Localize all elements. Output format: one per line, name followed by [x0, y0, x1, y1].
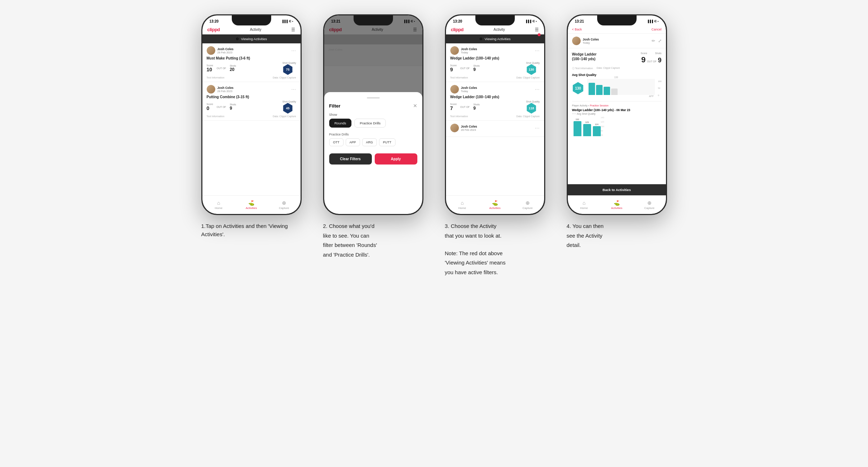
card-header-3c: Josh Coles 28 Feb 2023 ··· — [450, 124, 540, 132]
phone-4: 13:21 ▐▐▐ ∈ ▪ < Back Cancel — [567, 14, 667, 215]
back-btn-4[interactable]: < Back — [572, 28, 582, 31]
drill-app[interactable]: APP — [346, 138, 360, 146]
sq-hex-3a: 130 — [526, 64, 537, 75]
avatar-3c — [450, 124, 459, 132]
drill-putt[interactable]: PUTT — [379, 138, 395, 146]
nav-capture-1[interactable]: ⊕ Capture — [268, 196, 300, 214]
user-name-1: Josh Coles — [217, 47, 234, 51]
more-icon-3a[interactable]: ··· — [535, 48, 539, 53]
practice-drills-btn[interactable]: Practice Drills — [354, 119, 386, 128]
shots-value-3b: 9 — [473, 106, 480, 111]
out-of-3b: OUT OF — [460, 106, 470, 108]
nav-home-3[interactable]: ⌂ Home — [446, 196, 479, 214]
nav-capture-3[interactable]: ⊕ Capture — [511, 196, 544, 214]
shots-value-1: 20 — [230, 67, 236, 72]
screen-content-3: Josh Coles Today ··· Wedge Ladder (100–1… — [446, 43, 544, 214]
activities-label-4: Activities — [611, 206, 623, 210]
more-icon-2[interactable]: ··· — [291, 87, 296, 92]
drill-arg[interactable]: ARG — [362, 138, 377, 146]
sq-label-1: Shot Quality — [282, 62, 296, 64]
score-label-2: Score — [207, 103, 213, 105]
nav-activities-3[interactable]: ⛳ Activities — [479, 196, 511, 214]
detail-user-row-4: Josh Coles Today ✏ ⤢ — [568, 34, 666, 48]
nav-capture-4[interactable]: ⊕ Capture — [633, 196, 666, 214]
more-icon-3c[interactable]: ··· — [535, 125, 539, 130]
edit-icon-4[interactable]: ✏ — [652, 38, 655, 43]
user-info-3b: Josh Coles Today — [450, 85, 477, 94]
session-bar-3 — [593, 126, 601, 136]
menu-icon-3[interactable]: ☰ — [535, 27, 539, 32]
shots-group-3a: Shots 9 — [473, 65, 480, 72]
nav-activities-1[interactable]: ⛳ Activities — [235, 196, 268, 214]
user-date-3c: 28 Feb 2023 — [461, 128, 477, 132]
activity-title-2: Putting Combine (3-15 ft) — [207, 95, 296, 99]
nav-activities-4[interactable]: ⛳ Activities — [600, 196, 633, 214]
chart-top-label: 130 — [614, 76, 655, 78]
status-time-4: 13:21 — [575, 19, 584, 23]
home-label-3: Home — [458, 206, 466, 210]
shots-label-3a: Shots — [473, 65, 480, 67]
sy-120: 120 — [601, 121, 604, 123]
chart-bars-4 — [587, 79, 655, 95]
detail-scores-4: Score Shots 9 OUT OF 9 — [641, 52, 661, 65]
session-drill-title-4: Wedge Ladder (100–140 yds) - 06 Mar 23 — [572, 108, 662, 112]
clear-filters-btn[interactable]: Clear Filters — [329, 153, 372, 165]
test-info-3b: Test Information — [450, 115, 468, 118]
activities-icon-3: ⛳ — [492, 200, 498, 206]
app-logo-1: clippd — [207, 27, 220, 32]
shots-group-3b: Shots 9 — [473, 103, 480, 111]
settings-icon-1: ⚙ — [236, 37, 239, 41]
rounds-btn[interactable]: Rounds — [329, 119, 352, 128]
activity-card-2[interactable]: Josh Coles 28 Feb 2023 ··· Putting Combi… — [202, 82, 301, 121]
shots-label-3b: Shots — [473, 103, 480, 106]
user-info-3a: Josh Coles Today — [450, 46, 477, 55]
session-bar-wrap-2: 129 — [583, 121, 591, 136]
expand-icon-4[interactable]: ⤢ — [658, 38, 662, 43]
nav-home-1[interactable]: ⌂ Home — [202, 196, 235, 214]
user-info-2: Josh Coles 28 Feb 2023 — [207, 85, 234, 94]
activity-card-1[interactable]: Josh Coles 28 Feb 2023 ··· Must Make Put… — [202, 43, 301, 82]
step-1-container: 13:20 ▐▐▐ ∈ ▪ clippd Activity ☰ ⚙ View — [196, 14, 307, 240]
viewing-banner-1[interactable]: ⚙ Viewing Activities — [202, 34, 301, 43]
activities-icon-1: ⛳ — [248, 200, 254, 206]
phone-3: 13:20 ▐▐▐ ∈ ▪ clippd Activity ☰ ⚙ View — [445, 14, 545, 215]
nav-home-4[interactable]: ⌂ Home — [568, 196, 600, 214]
caption-4-l2: see the Activity — [567, 232, 667, 240]
session-label-4: Player Activity • Practice Session — [572, 104, 662, 107]
chart-130-label: 130 — [614, 76, 618, 78]
bar-1-4 — [589, 83, 595, 95]
activity-card-3a[interactable]: Josh Coles Today ··· Wedge Ladder (100–1… — [446, 43, 544, 82]
status-icons-1: ▐▐▐ ∈ ▪ — [282, 20, 293, 23]
filter-title-2: Filter — [329, 103, 341, 109]
bottom-nav-1: ⌂ Home ⛳ Activities ⊕ Capture — [202, 195, 301, 214]
home-icon-1: ⌂ — [217, 200, 220, 206]
cancel-btn-4[interactable]: Cancel — [651, 28, 661, 31]
more-icon-1[interactable]: ··· — [291, 48, 296, 53]
bar-4-4 — [611, 89, 618, 95]
sq-hex-3b: 118 — [526, 103, 537, 114]
caption-2-l1: 2. Choose what you'd — [323, 222, 423, 230]
phone-2: 13:21 ▐▐▐ ∈ ▪ clippd Activity ☰ — [323, 14, 423, 215]
session-y-axis: 140 120 100 80 60 — [601, 116, 604, 136]
score-value-3a: 9 — [450, 67, 457, 72]
back-activities-btn[interactable]: Back to Activities — [568, 184, 666, 195]
session-bar-label-1: 132 — [575, 118, 579, 120]
y-50: 50 — [658, 87, 661, 89]
step-2-container: 13:21 ▐▐▐ ∈ ▪ clippd Activity ☰ — [318, 14, 429, 260]
viewing-banner-3[interactable]: ⚙ Viewing Activities — [446, 34, 544, 43]
sq-hex-2: 45 — [282, 103, 293, 114]
status-time-1: 13:20 — [210, 19, 219, 23]
activity-card-3b[interactable]: Josh Coles Today ··· Wedge Ladder (100–1… — [446, 82, 544, 121]
mini-chart-4: 130 APP — [587, 79, 655, 97]
signal-icon-3: ▐▐▐ — [525, 20, 531, 23]
score-label-1: Score — [207, 64, 213, 67]
more-icon-3b[interactable]: ··· — [535, 87, 539, 92]
bar-3-4 — [604, 87, 610, 95]
filter-close-btn[interactable]: ✕ — [413, 103, 417, 109]
filter-overlay-2: Filter ✕ Show Rounds Practice Drills Pra… — [324, 15, 422, 214]
menu-icon-1[interactable]: ☰ — [291, 27, 295, 32]
activity-card-3c[interactable]: Josh Coles 28 Feb 2023 ··· — [446, 121, 544, 137]
drill-ott[interactable]: OTT — [329, 138, 344, 146]
caption-2-l2: like to see. You can — [323, 232, 423, 240]
apply-btn[interactable]: Apply — [375, 153, 417, 165]
